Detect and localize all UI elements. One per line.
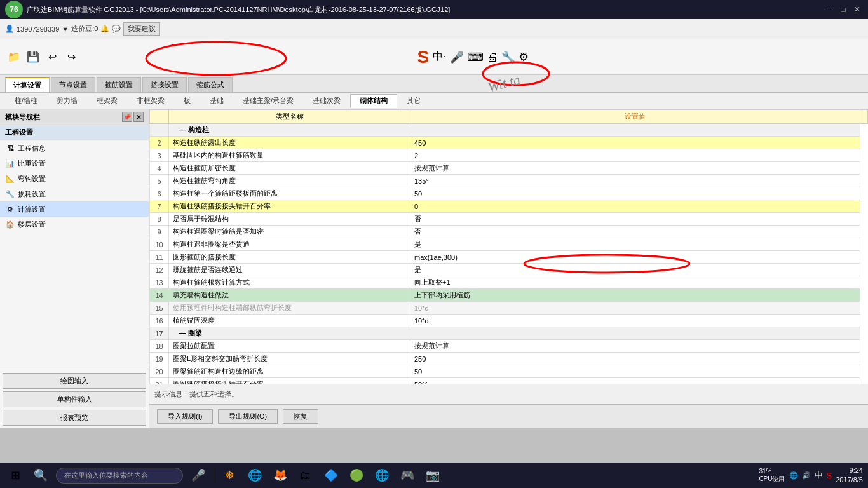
sidebar-pin-button[interactable]: 📌: [122, 112, 132, 122]
taskbar: ⊞ 🔍 在这里输入你要搜索的内容 🎤 ❄ 🌐 🦊 🗂 🔷 🟢 🌐 🎮 📷 31%…: [0, 463, 868, 488]
search-bar[interactable]: 在这里输入你要搜索的内容: [56, 468, 183, 484]
col-header-num: [150, 110, 169, 124]
row-value[interactable]: 10*d: [410, 315, 860, 327]
row-num: 2: [150, 137, 169, 149]
sidebar-item-loss[interactable]: 🔧 损耗设置: [0, 186, 149, 201]
table-row[interactable]: 6构造柱第一个箍筋距楼板面的距离50: [150, 187, 868, 200]
taskbar-app-9[interactable]: 📷: [423, 465, 443, 485]
file-menu-button[interactable]: 📁: [5, 48, 23, 66]
maximize-button[interactable]: □: [837, 4, 849, 15]
export-rules-button[interactable]: 导出规则(O): [218, 409, 278, 424]
tab2-shear-wall[interactable]: 剪力墙: [47, 94, 87, 108]
top-bar-left: 👤 13907298339 ▼ 造价豆:0 🔔 💬 我要建议: [5, 22, 160, 36]
tab-calc-settings[interactable]: 计算设置: [5, 77, 50, 92]
tab2-foundation[interactable]: 基础: [200, 94, 233, 108]
row-type: 圈梁箍筋距构造柱边缘的距离: [169, 365, 410, 378]
tab2-other[interactable]: 其它: [397, 94, 430, 108]
table-row[interactable]: 7构造柱纵筋搭接接头错开百分率0: [150, 200, 868, 213]
row-value[interactable]: 是: [410, 238, 860, 251]
build-suggestion-button[interactable]: 我要建议: [123, 22, 160, 36]
table-row[interactable]: 18圈梁拉筋配置按规范计算: [150, 340, 868, 353]
row-value[interactable]: 向上取整+1: [410, 276, 860, 289]
window-controls: — □ ✕: [824, 4, 863, 15]
report-preview-button[interactable]: 报表预览: [3, 410, 146, 426]
tab2-frame-beam[interactable]: 框架梁: [87, 94, 127, 108]
bell-icon: 🔔: [100, 25, 109, 33]
row-value[interactable]: 2: [410, 149, 860, 162]
tab-lap-settings[interactable]: 搭接设置: [142, 77, 187, 92]
tab-stirrup-settings[interactable]: 箍筋设置: [97, 77, 141, 92]
table-row[interactable]: 4构造柱箍筋加密长度按规范计算: [150, 162, 868, 175]
window-title: 广联达BIM钢筋算量软件 GGJ2013 - [C:\Users\Adminis…: [27, 5, 450, 15]
table-row[interactable]: 16植筋锚固深度10*d: [150, 315, 868, 327]
tab-stirrup-formula[interactable]: 箍筋公式: [188, 77, 233, 92]
sidebar-item-weight[interactable]: 📊 比重设置: [0, 156, 149, 171]
row-value[interactable]: max(1ae,300): [410, 251, 860, 264]
table-row[interactable]: 3基础固区内的构造柱箍筋数量2: [150, 149, 868, 162]
taskbar-app-8[interactable]: 🎮: [397, 465, 417, 485]
tab2-slab[interactable]: 板: [174, 94, 200, 108]
row-value[interactable]: 135°: [410, 175, 860, 187]
save-button[interactable]: 💾: [24, 48, 42, 66]
import-rules-button[interactable]: 导入规则(I): [157, 409, 213, 424]
table-row[interactable]: 19圈梁L形相交斜交加筋弯折长度250: [150, 353, 868, 365]
row-value[interactable]: 50%: [410, 378, 860, 384]
row-value[interactable]: 否: [410, 213, 860, 226]
tab2-non-frame-beam[interactable]: 非框架梁: [127, 94, 174, 108]
weight-icon: 📊: [5, 158, 15, 168]
sidebar-item-floor[interactable]: 🏠 楼层设置: [0, 217, 149, 232]
undo-button[interactable]: ↩: [43, 48, 61, 66]
bottom-buttons: 导入规则(I) 导出规则(O) 恢复: [149, 404, 868, 428]
drawing-input-button[interactable]: 绘图输入: [3, 373, 146, 389]
table-row[interactable]: 20圈梁箍筋距构造柱边缘的距离50: [150, 365, 868, 378]
row-value[interactable]: 250: [410, 353, 860, 365]
row-value[interactable]: 10*d: [410, 302, 860, 315]
logo-text: 中·: [433, 50, 445, 64]
single-component-button[interactable]: 单构件输入: [3, 391, 146, 407]
close-button[interactable]: ✕: [851, 4, 863, 15]
row-value[interactable]: 0: [410, 200, 860, 213]
tab2-column[interactable]: 柱/墙柱: [5, 94, 47, 108]
table-row[interactable]: 2构造柱纵筋露出长度450: [150, 137, 868, 149]
row-type: 构造柱纵筋露出长度: [169, 137, 410, 149]
row-value[interactable]: 按规范计算: [410, 162, 860, 175]
tab2-foundation-main-beam[interactable]: 基础主梁/承台梁: [233, 94, 303, 108]
tab2-masonry[interactable]: 砌体结构: [350, 94, 397, 108]
table-row[interactable]: 9构造柱遇圈梁时箍筋是否加密否: [150, 226, 868, 238]
sidebar-item-calc[interactable]: ⚙ 计算设置: [0, 201, 149, 217]
table-row[interactable]: 10构造柱遇非圈梁是否贯通是: [150, 238, 868, 251]
row-value[interactable]: 50: [410, 187, 860, 200]
row-value[interactable]: 按规范计算: [410, 340, 860, 353]
row-value[interactable]: 否: [410, 226, 860, 238]
taskbar-app-2[interactable]: 🌐: [245, 465, 265, 485]
table-row[interactable]: 11圆形箍筋的搭接长度max(1ae,300): [150, 251, 868, 264]
row-value[interactable]: 上下部均采用植筋: [410, 289, 860, 302]
redo-button[interactable]: ↪: [62, 48, 80, 66]
start-button[interactable]: ⊞: [5, 465, 25, 485]
tab2-foundation-sec-beam[interactable]: 基础次梁: [303, 94, 350, 108]
sidebar-item-hook[interactable]: 📐 弯钩设置: [0, 171, 149, 186]
table-row[interactable]: 12螺旋箍筋是否连续通过是: [150, 264, 868, 276]
taskbar-app-5[interactable]: 🔷: [321, 465, 341, 485]
taskbar-app-4[interactable]: 🗂: [295, 465, 316, 485]
tab-node-settings[interactable]: 节点设置: [51, 77, 95, 92]
row-value[interactable]: 50: [410, 365, 860, 378]
taskbar-mic-icon[interactable]: 🎤: [188, 465, 208, 485]
taskbar-app-6[interactable]: 🟢: [346, 465, 367, 485]
table-row[interactable]: 21圈梁纵筋搭接接头错开百分率50%: [150, 378, 868, 384]
restore-button[interactable]: 恢复: [283, 409, 318, 424]
taskbar-app-1[interactable]: ❄: [219, 465, 240, 485]
table-row[interactable]: 14填充墙构造柱做法上下部均采用植筋: [150, 289, 868, 302]
table-area[interactable]: 类型名称 设置值 — 构造柱2构造柱纵筋露出长度4503基础固区内的构造柱箍筋数…: [149, 109, 868, 384]
table-row[interactable]: 5构造柱箍筋弯勾角度135°: [150, 175, 868, 187]
taskbar-app-3[interactable]: 🦊: [270, 465, 290, 485]
table-row[interactable]: 13构造柱箍筋根数计算方式向上取整+1: [150, 276, 868, 289]
row-value[interactable]: 450: [410, 137, 860, 149]
sidebar-close-button[interactable]: ✕: [133, 112, 144, 122]
table-row[interactable]: 8是否属于砖混结构否: [150, 213, 868, 226]
minimize-button[interactable]: —: [824, 4, 835, 15]
sidebar-item-project-info[interactable]: 🏗 工程信息: [0, 140, 149, 156]
table-row: — 构造柱: [150, 124, 868, 137]
row-value[interactable]: 是: [410, 264, 860, 276]
taskbar-app-7[interactable]: 🌐: [372, 465, 392, 485]
